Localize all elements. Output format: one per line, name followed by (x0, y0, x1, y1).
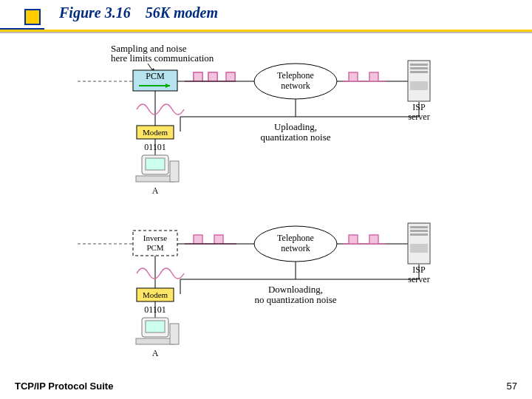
footer-title: TCP/IP Protocol Suite (15, 381, 113, 392)
computer-bottom-icon (136, 318, 179, 344)
inverse-pcm-l2: PCM (146, 243, 163, 252)
svg-rect-42 (136, 338, 174, 344)
svg-rect-9 (349, 72, 358, 81)
svg-rect-20 (136, 176, 174, 182)
svg-rect-6 (226, 72, 235, 81)
analog-wave-icon (137, 104, 184, 115)
svg-rect-33 (408, 223, 430, 264)
digital-signal-icon (185, 72, 235, 81)
page-number: 57 (507, 381, 517, 392)
upload-l1: Uploading, (274, 121, 317, 132)
modem-bottom-label: Modem (143, 290, 168, 299)
telnet-bottom-l1: Telephone (277, 233, 314, 243)
svg-rect-13 (410, 67, 428, 69)
digital-signal-icon (185, 235, 236, 244)
telnet-top-l2: network (281, 81, 310, 91)
modem-diagram: Sampling and noise here limits communica… (59, 37, 473, 377)
pcm-label: PCM (146, 71, 165, 81)
a-label-top: A (152, 185, 159, 196)
slide-title: Figure 3.16 56K modem (59, 4, 218, 21)
sampling-note-l2: here limits communication (111, 52, 214, 64)
computer-top-icon (136, 155, 179, 182)
a-label-bottom: A (152, 348, 159, 358)
svg-rect-41 (146, 321, 165, 332)
svg-rect-19 (146, 158, 165, 170)
svg-rect-35 (410, 230, 428, 232)
svg-rect-43 (170, 324, 179, 344)
svg-rect-12 (410, 64, 428, 66)
svg-rect-27 (194, 235, 202, 244)
download-l2: no quantization noise (254, 294, 336, 305)
figure-number: Figure 3.16 (59, 4, 131, 21)
isp-server-top-icon (408, 61, 430, 101)
svg-rect-11 (408, 61, 430, 101)
svg-rect-32 (369, 235, 378, 244)
svg-rect-34 (410, 226, 428, 228)
telnet-bottom-l2: network (281, 243, 310, 253)
svg-rect-14 (410, 71, 428, 73)
title-underline-gray (0, 32, 532, 33)
svg-rect-36 (410, 233, 428, 236)
upload-l2: quantization noise (261, 132, 331, 143)
isp-server-bottom-icon (408, 223, 430, 264)
svg-rect-10 (369, 72, 378, 81)
svg-rect-4 (194, 72, 202, 81)
svg-rect-5 (208, 72, 217, 81)
inverse-pcm-l1: Inverse (143, 233, 167, 242)
svg-rect-15 (410, 81, 428, 90)
svg-rect-31 (349, 235, 358, 244)
analog-wave-icon (137, 268, 184, 279)
title-bullet-icon (24, 9, 41, 25)
download-l1: Downloading, (268, 284, 323, 295)
figure-caption: 56K modem (146, 4, 218, 21)
svg-rect-37 (410, 244, 428, 253)
svg-rect-21 (170, 161, 179, 182)
digital-signal-icon (343, 72, 386, 81)
digital-signal-icon (343, 235, 386, 244)
modem-top-label: Modem (143, 128, 168, 137)
telnet-top-l1: Telephone (277, 70, 314, 81)
svg-rect-28 (214, 235, 223, 244)
